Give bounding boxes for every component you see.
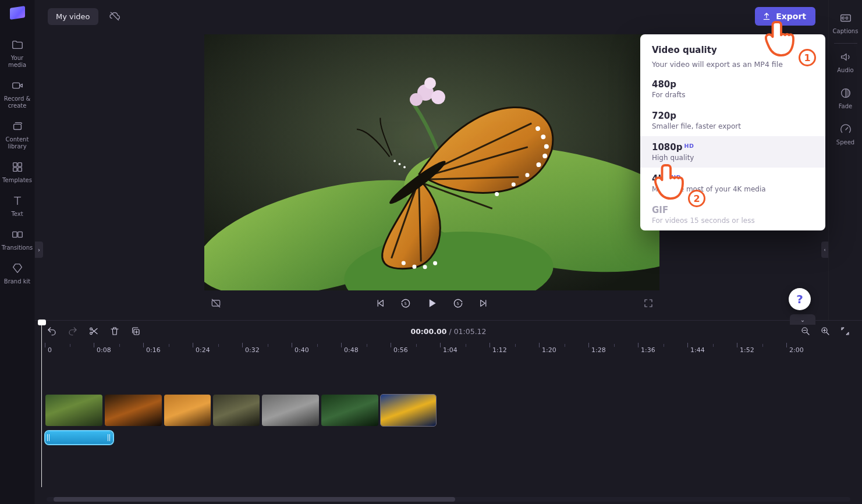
timeline-tracks[interactable] bbox=[41, 357, 856, 479]
video-clip[interactable] bbox=[105, 395, 162, 426]
svg-rect-5 bbox=[17, 168, 21, 171]
video-clip[interactable] bbox=[321, 395, 378, 426]
playhead[interactable] bbox=[41, 321, 42, 487]
ruler-start: 0 bbox=[48, 346, 52, 354]
svg-text:5: 5 bbox=[404, 301, 406, 306]
video-preview[interactable] bbox=[204, 34, 659, 290]
nav-text[interactable]: Text bbox=[1, 190, 34, 223]
audio-clip[interactable] bbox=[45, 431, 113, 444]
opt-title: 4K bbox=[652, 173, 665, 184]
opt-badge: UHD bbox=[666, 174, 681, 180]
svg-rect-1 bbox=[13, 124, 21, 129]
opt-desc: High quality bbox=[652, 154, 814, 162]
nav-transitions[interactable]: Transitions bbox=[1, 223, 34, 257]
right-speed[interactable]: Speed bbox=[829, 117, 863, 153]
clip-handle-right[interactable] bbox=[108, 434, 111, 441]
quality-option-480p[interactable]: 480p For drafts bbox=[640, 73, 825, 105]
video-clip[interactable] bbox=[381, 395, 436, 426]
fullscreen-icon[interactable] bbox=[643, 298, 654, 308]
ruler-minor-tick bbox=[317, 344, 318, 347]
hide-preview-icon[interactable] bbox=[210, 297, 222, 309]
ruler-minor-tick bbox=[70, 344, 70, 347]
video-clip[interactable] bbox=[45, 395, 102, 426]
nav-record-create[interactable]: Record & create bbox=[1, 74, 34, 115]
speed-icon bbox=[839, 123, 852, 136]
ruler-tick-label: 0:08 bbox=[97, 346, 111, 354]
svg-point-17 bbox=[424, 77, 436, 89]
ruler-tick-label: 0:40 bbox=[295, 346, 309, 354]
right-label: Speed bbox=[836, 139, 854, 146]
opt-desc: For videos 15 seconds or less bbox=[652, 216, 814, 225]
divider bbox=[834, 43, 857, 44]
cc-icon bbox=[839, 12, 852, 24]
ruler-tick-label: 1:04 bbox=[443, 346, 457, 354]
zoom-out-icon[interactable] bbox=[800, 326, 811, 336]
nav-your-media[interactable]: Your media bbox=[1, 34, 34, 74]
video-clip[interactable] bbox=[262, 395, 319, 426]
fit-timeline-icon[interactable] bbox=[840, 326, 850, 336]
svg-rect-7 bbox=[17, 232, 22, 237]
right-sidebar: Captions Audio Fade Speed bbox=[828, 0, 862, 321]
forward-5-icon[interactable]: 5 bbox=[452, 297, 464, 309]
opt-title: GIF bbox=[652, 205, 668, 215]
timeline-toolbar: 00:00.00 / 01:05.12 bbox=[35, 321, 862, 342]
ruler-tick-label: 0:48 bbox=[344, 346, 359, 354]
export-label: Export bbox=[776, 12, 806, 21]
help-button[interactable]: ? bbox=[789, 288, 811, 310]
svg-rect-0 bbox=[12, 83, 19, 88]
project-title-chip[interactable]: My video bbox=[48, 8, 98, 25]
nav-label: Brand kit bbox=[4, 278, 30, 285]
opt-desc: Smaller file, faster export bbox=[652, 122, 814, 130]
skip-start-icon[interactable] bbox=[375, 298, 385, 308]
nav-content-library[interactable]: Content library bbox=[1, 115, 34, 156]
export-quality-popover: Video quality Your video will export as … bbox=[640, 34, 825, 230]
text-icon bbox=[11, 194, 24, 207]
ruler-minor-tick bbox=[664, 344, 664, 347]
nav-templates[interactable]: Templates bbox=[1, 156, 34, 190]
timeline-scrollbar[interactable] bbox=[47, 497, 850, 502]
audio-icon bbox=[839, 51, 852, 63]
svg-point-15 bbox=[431, 90, 445, 104]
quality-option-1080p[interactable]: 1080pHD High quality bbox=[640, 136, 825, 168]
svg-point-16 bbox=[410, 93, 423, 106]
ruler-tick-label: 1:28 bbox=[591, 346, 606, 354]
folder-icon bbox=[11, 38, 24, 51]
timeline: 00:00.00 / 01:05.12 0 0:080:160:240:320:… bbox=[35, 320, 862, 504]
ruler-minor-tick bbox=[119, 344, 120, 347]
cloud-sync-off-icon[interactable] bbox=[109, 10, 120, 22]
right-label: Fade bbox=[839, 103, 852, 110]
scrollbar-thumb[interactable] bbox=[54, 497, 455, 502]
ruler-minor-tick bbox=[614, 344, 615, 347]
skip-end-icon[interactable] bbox=[478, 298, 489, 308]
right-captions[interactable]: Captions bbox=[829, 6, 863, 42]
right-label: Captions bbox=[833, 28, 859, 35]
nav-label: Text bbox=[11, 211, 23, 218]
ruler-minor-tick bbox=[416, 344, 417, 347]
export-button[interactable]: Export bbox=[755, 7, 815, 26]
ruler-minor-tick bbox=[268, 344, 268, 347]
video-track bbox=[45, 395, 436, 426]
quality-option-gif[interactable]: GIF For videos 15 seconds or less bbox=[640, 199, 825, 230]
ruler-tick-label: 1:12 bbox=[492, 346, 507, 354]
video-clip[interactable] bbox=[213, 395, 260, 426]
quality-option-720p[interactable]: 720p Smaller file, faster export bbox=[640, 105, 825, 136]
ruler-minor-tick bbox=[169, 344, 169, 347]
rewind-5-icon[interactable]: 5 bbox=[400, 297, 412, 309]
svg-rect-3 bbox=[17, 163, 21, 166]
timeline-ruler[interactable]: 0 0:080:160:240:320:400:480:561:041:121:… bbox=[41, 342, 856, 357]
right-fade[interactable]: Fade bbox=[829, 81, 863, 117]
current-time: 00:00.00 bbox=[410, 327, 446, 336]
right-label: Audio bbox=[837, 67, 853, 74]
video-clip[interactable] bbox=[164, 395, 211, 426]
right-audio[interactable]: Audio bbox=[829, 45, 863, 81]
opt-title: 480p bbox=[652, 79, 676, 90]
transitions-icon bbox=[11, 228, 24, 241]
timeline-collapse-handle[interactable]: ⌄ bbox=[790, 314, 815, 325]
play-icon[interactable] bbox=[426, 297, 438, 309]
nav-brandkit[interactable]: Brand kit bbox=[1, 257, 34, 291]
topbar: My video Export bbox=[35, 0, 828, 33]
zoom-in-icon[interactable] bbox=[820, 326, 831, 336]
svg-text:5: 5 bbox=[456, 301, 459, 306]
quality-option-4k[interactable]: 4KUHD Make the most of your 4K media bbox=[640, 168, 825, 199]
clip-handle-left[interactable] bbox=[47, 434, 51, 441]
